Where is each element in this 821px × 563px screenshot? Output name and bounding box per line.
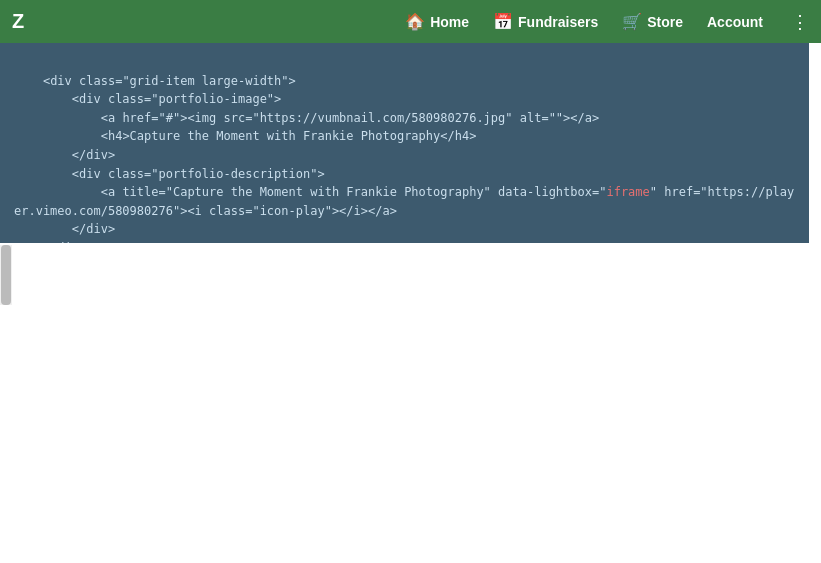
fundraisers-icon: 📅 [493,12,513,31]
more-menu-icon[interactable]: ⋮ [791,11,809,33]
nav-item-account-label: Account [707,14,763,30]
nav-item-home[interactable]: 🏠 Home [405,12,469,31]
scroll-thumb[interactable] [1,245,11,305]
nav-item-account[interactable]: Account [707,14,763,30]
scrollbar[interactable] [0,245,12,305]
nav-items: 🏠 Home 📅 Fundraisers 🛒 Store Account ⋮ [405,11,809,33]
logo: Z [12,10,24,33]
nav-item-fundraisers[interactable]: 📅 Fundraisers [493,12,598,31]
store-icon: 🛒 [622,12,642,31]
nav-item-store-label: Store [647,14,683,30]
nav-item-store[interactable]: 🛒 Store [622,12,683,31]
home-icon: 🏠 [405,12,425,31]
main-container: <div class="grid-item large-width"> <div… [0,43,809,307]
nav-item-home-label: Home [430,14,469,30]
navbar: Z 🏠 Home 📅 Fundraisers 🛒 Store Account ⋮ [0,0,821,43]
nav-item-fundraisers-label: Fundraisers [518,14,598,30]
code-panel: <div class="grid-item large-width"> <div… [0,43,809,243]
